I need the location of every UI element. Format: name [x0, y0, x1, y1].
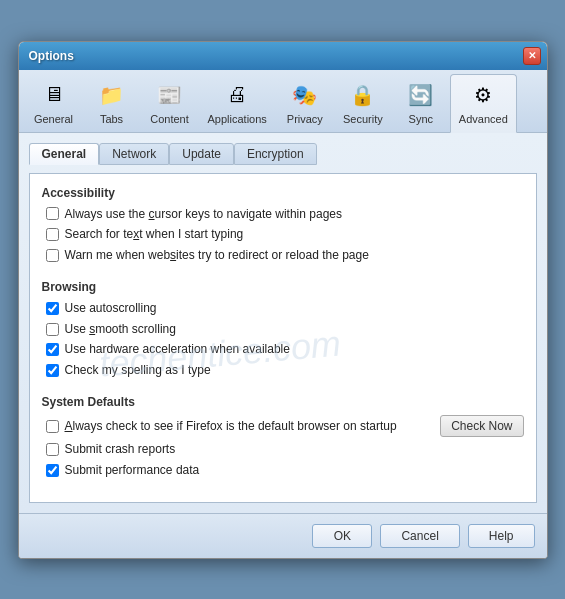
toolbar-label-content: Content [150, 113, 189, 125]
toolbar-item-applications[interactable]: 🖨 Applications [199, 74, 276, 132]
toolbar-item-content[interactable]: 📰 Content [141, 74, 199, 132]
cancel-button[interactable]: Cancel [380, 524, 459, 548]
check-now-button[interactable]: Check Now [440, 415, 523, 437]
checkbox-warn-redirect: Warn me when websites try to redirect or… [42, 247, 524, 264]
checkbox-spelling: Check my spelling as I type [42, 362, 524, 379]
checkbox-hardware-accel: Use hardware acceleration when available [42, 341, 524, 358]
tab-encryption[interactable]: Encryption [234, 143, 317, 165]
toolbar-item-tabs[interactable]: 📁 Tabs [83, 74, 141, 132]
checkbox-cursor-keys: Always use the cursor keys to navigate w… [42, 206, 524, 223]
autoscrolling-label: Use autoscrolling [65, 300, 157, 317]
spelling-label: Check my spelling as I type [65, 362, 211, 379]
toolbar: 🖥 General 📁 Tabs 📰 Content 🖨 Application… [19, 70, 547, 133]
subtabs-row: General Network Update Encryption [29, 143, 537, 165]
default-browser-row: Always check to see if Firefox is the de… [42, 415, 524, 437]
privacy-icon: 🎭 [289, 79, 321, 111]
warn-redirect-label: Warn me when websites try to redirect or… [65, 247, 369, 264]
performance-data-checkbox[interactable] [46, 464, 59, 477]
tab-content-general: Accessibility Always use the cursor keys… [29, 173, 537, 503]
general-icon: 🖥 [38, 79, 70, 111]
toolbar-item-advanced[interactable]: ⚙ Advanced [450, 74, 517, 133]
hardware-accel-label: Use hardware acceleration when available [65, 341, 290, 358]
title-bar: Options ✕ [19, 42, 547, 70]
hardware-accel-checkbox[interactable] [46, 343, 59, 356]
autoscrolling-checkbox[interactable] [46, 302, 59, 315]
tab-update[interactable]: Update [169, 143, 234, 165]
close-button[interactable]: ✕ [523, 47, 541, 65]
security-icon: 🔒 [347, 79, 379, 111]
toolbar-label-sync: Sync [409, 113, 433, 125]
checkbox-performance-data: Submit performance data [42, 462, 524, 479]
checkbox-crash-reports: Submit crash reports [42, 441, 524, 458]
default-browser-checkbox[interactable] [46, 420, 59, 433]
crash-reports-label: Submit crash reports [65, 441, 176, 458]
accessibility-label: Accessibility [42, 186, 524, 200]
cursor-keys-label: Always use the cursor keys to navigate w… [65, 206, 342, 223]
sync-icon: 🔄 [405, 79, 437, 111]
smooth-scrolling-label: Use smooth scrolling [65, 321, 176, 338]
advanced-icon: ⚙ [467, 79, 499, 111]
checkbox-search-text: Search for text when I start typing [42, 226, 524, 243]
checkbox-autoscrolling: Use autoscrolling [42, 300, 524, 317]
toolbar-label-general: General [34, 113, 73, 125]
toolbar-label-applications: Applications [208, 113, 267, 125]
toolbar-item-security[interactable]: 🔒 Security [334, 74, 392, 132]
content-icon: 📰 [154, 79, 186, 111]
browsing-label: Browsing [42, 280, 524, 294]
applications-icon: 🖨 [221, 79, 253, 111]
search-text-label: Search for text when I start typing [65, 226, 244, 243]
toolbar-item-general[interactable]: 🖥 General [25, 74, 83, 132]
search-text-checkbox[interactable] [46, 228, 59, 241]
smooth-scrolling-checkbox[interactable] [46, 323, 59, 336]
toolbar-item-privacy[interactable]: 🎭 Privacy [276, 74, 334, 132]
crash-reports-checkbox[interactable] [46, 443, 59, 456]
spelling-checkbox[interactable] [46, 364, 59, 377]
title-bar-buttons: ✕ [523, 47, 541, 65]
window-title: Options [29, 49, 74, 63]
options-window: Options ✕ 🖥 General 📁 Tabs 📰 Content 🖨 A… [18, 41, 548, 559]
footer: OK Cancel Help [19, 513, 547, 558]
system-defaults-label: System Defaults [42, 395, 524, 409]
toolbar-label-advanced: Advanced [459, 113, 508, 125]
toolbar-label-tabs: Tabs [100, 113, 123, 125]
warn-redirect-checkbox[interactable] [46, 249, 59, 262]
toolbar-item-sync[interactable]: 🔄 Sync [392, 74, 450, 132]
checkbox-smooth-scrolling: Use smooth scrolling [42, 321, 524, 338]
tab-general[interactable]: General [29, 143, 100, 165]
tab-network[interactable]: Network [99, 143, 169, 165]
checkbox-default-browser: Always check to see if Firefox is the de… [42, 418, 397, 435]
toolbar-label-security: Security [343, 113, 383, 125]
content-area: techentice.com General Network Update En… [19, 133, 547, 513]
tabs-icon: 📁 [96, 79, 128, 111]
toolbar-label-privacy: Privacy [287, 113, 323, 125]
performance-data-label: Submit performance data [65, 462, 200, 479]
ok-button[interactable]: OK [312, 524, 372, 548]
help-button[interactable]: Help [468, 524, 535, 548]
cursor-keys-checkbox[interactable] [46, 207, 59, 220]
default-browser-label: Always check to see if Firefox is the de… [65, 418, 397, 435]
